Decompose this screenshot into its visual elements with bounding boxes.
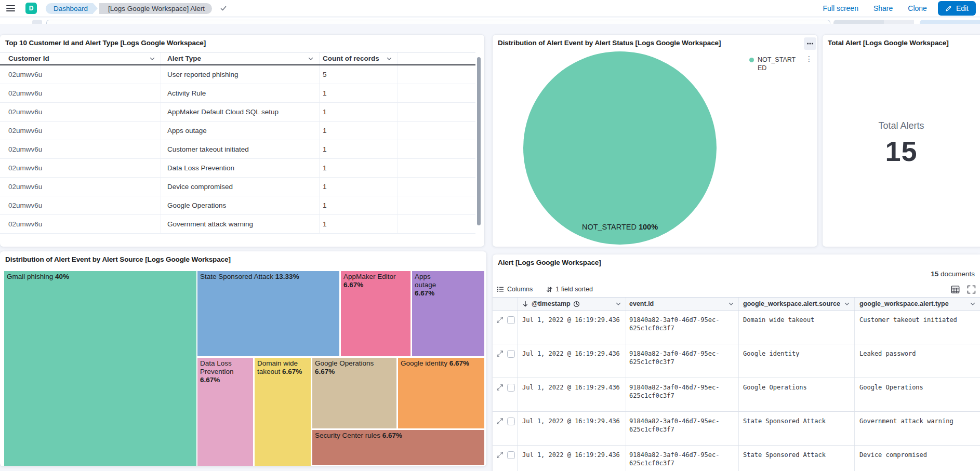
metric: Total Alerts 15 — [823, 120, 980, 168]
cell-alert-source[interactable]: State Sponsored Attack — [739, 446, 855, 471]
search-input-partial[interactable] — [46, 20, 830, 24]
cell-alert-source[interactable]: Google identity — [739, 344, 855, 378]
breadcrumb-current-page[interactable]: [Logs Google Workspace] Alert — [99, 3, 212, 14]
cell-alert-type[interactable]: Customer takeout initiated — [855, 311, 980, 344]
table-row[interactable]: 02umwv6uGovernment attack warning1 — [0, 215, 475, 234]
chevron-down-icon[interactable] — [844, 301, 850, 307]
column-header-count[interactable]: Count of records — [320, 52, 398, 64]
sort-fields-button[interactable]: 1 field sorted — [546, 286, 593, 293]
column-header-alert-type[interactable]: Alert Type — [161, 52, 320, 64]
date-picker-end-partial[interactable] — [884, 20, 914, 24]
full-screen-button[interactable]: Full screen — [823, 4, 858, 12]
cell-event-id[interactable]: 91840a82-3af0-46d7-95ec-625c1cf0c3f7 — [626, 446, 739, 471]
row-controls — [493, 378, 518, 411]
cell-alert-type[interactable]: Google Operations — [855, 378, 980, 411]
treemap-tile-apps-outage[interactable]: Apps outage 6.67% — [412, 271, 484, 356]
chevron-down-icon[interactable] — [308, 56, 314, 62]
cell-alert-source[interactable]: Domain wide takeout — [739, 311, 855, 344]
clone-button[interactable]: Clone — [908, 4, 927, 12]
fullscreen-icon[interactable] — [967, 285, 976, 294]
cell-timestamp[interactable]: Jul 1, 2022 @ 16:19:29.436 — [518, 446, 626, 471]
treemap-tile-data-loss-prevention[interactable]: Data Loss Prevention 6.67% — [197, 358, 253, 466]
refresh-button-partial[interactable] — [920, 20, 980, 24]
menu-hamburger-icon[interactable] — [0, 0, 22, 17]
chevron-down-icon[interactable] — [728, 301, 734, 307]
column-header-timestamp[interactable]: @timestamp — [518, 298, 626, 310]
cell-timestamp[interactable]: Jul 1, 2022 @ 16:19:29.436 — [518, 344, 626, 378]
expand-document-icon[interactable] — [496, 384, 504, 392]
expand-document-icon[interactable] — [496, 316, 504, 324]
table-row[interactable]: 02umwv6uActivity Rule1 — [0, 84, 475, 103]
top-navigation-bar: D Dashboard [Logs Google Workspace] Aler… — [0, 0, 980, 17]
select-row-checkbox[interactable] — [507, 418, 515, 425]
select-row-checkbox[interactable] — [507, 451, 515, 459]
table-row[interactable]: 02umwv6uData Loss Prevention1 — [0, 159, 475, 178]
display-density-table-icon[interactable] — [951, 285, 960, 294]
cell-event-id[interactable]: 91840a82-3af0-46d7-95ec-625c1cf0c3f7 — [626, 378, 739, 411]
treemap-tile-label: AppMaker Editor 6.67% — [341, 271, 410, 291]
treemap-tile-gmail-phishing[interactable]: Gmail phishing 40% — [4, 271, 196, 466]
column-header-event-id[interactable]: event.id — [626, 298, 739, 310]
table-row[interactable]: 02umwv6uApps outage1 — [0, 122, 475, 140]
cell-alert-type[interactable]: Government attack warning — [855, 412, 980, 445]
pie-slice-not-started[interactable] — [523, 51, 717, 245]
edit-button[interactable]: Edit — [938, 1, 976, 16]
share-button[interactable]: Share — [873, 4, 893, 12]
app-logo[interactable]: D — [25, 3, 37, 14]
treemap-tile-google-identity[interactable]: Google identity 6.67% — [398, 358, 484, 428]
columns-list-icon — [497, 286, 504, 293]
datagrid-body: Jul 1, 2022 @ 16:19:29.43691840a82-3af0-… — [493, 311, 980, 471]
cell-count: 1 — [320, 84, 398, 102]
treemap-tile-google-operations[interactable]: Google Operations 6.67% — [312, 358, 396, 428]
expand-document-icon[interactable] — [496, 451, 504, 459]
select-row-checkbox[interactable] — [507, 316, 515, 324]
breadcrumb-dashboard[interactable]: Dashboard — [46, 3, 93, 14]
cell-alert-source[interactable]: Google Operations — [739, 378, 855, 411]
expand-document-icon[interactable] — [496, 418, 504, 425]
cell-alert-source[interactable]: State Sponsored Attack — [739, 412, 855, 445]
panel-total-alert-metric: Total Alert [Logs Google Workspace] Tota… — [823, 35, 980, 247]
treemap-tile-appmaker-editor[interactable]: AppMaker Editor 6.67% — [341, 271, 410, 356]
legend-item-not-started[interactable]: NOT_STARTED — [758, 56, 799, 72]
table-row[interactable]: 02umwv6uDevice compromised1 — [0, 178, 475, 196]
panel-title: Top 10 Customer Id and Alert Type [Logs … — [5, 39, 206, 47]
column-header-alert-source[interactable]: google_workspace.alert.source — [739, 298, 855, 310]
date-picker-partial[interactable] — [833, 20, 884, 24]
cell-alert-type[interactable]: Device compromised — [855, 446, 980, 471]
expand-document-icon[interactable] — [496, 350, 504, 358]
cell-alert-type[interactable]: Leaked password — [855, 344, 980, 378]
table-row[interactable]: 02umwv6uUser reported phishing5 — [0, 65, 475, 84]
chevron-down-icon[interactable] — [386, 56, 392, 62]
table-scrollbar[interactable] — [477, 57, 481, 225]
treemap-tile-label: Security Center rules 6.67% — [312, 430, 484, 441]
chevron-down-icon[interactable] — [149, 56, 155, 62]
panel-options-icon[interactable] — [804, 37, 816, 50]
table-row[interactable]: 02umwv6uGoogle Operations1 — [0, 196, 475, 215]
chevron-down-icon[interactable] — [615, 301, 621, 307]
columns-button[interactable]: Columns — [497, 286, 533, 293]
sort-arrows-icon — [546, 286, 552, 293]
select-row-checkbox[interactable] — [507, 350, 515, 358]
column-header-alert-type[interactable]: google_workspace.alert.type — [855, 298, 980, 310]
cell-event-id[interactable]: 91840a82-3af0-46d7-95ec-625c1cf0c3f7 — [626, 412, 739, 445]
column-header-customer-id[interactable]: Customer Id — [0, 52, 161, 64]
table-row[interactable]: 02umwv6uCustomer takeout initiated1 — [0, 140, 475, 159]
panel-title: Total Alert [Logs Google Workspace] — [828, 39, 949, 47]
clock-icon — [573, 301, 580, 307]
pie-legend: NOT_STARTED ⋮ — [749, 56, 813, 72]
cell-event-id[interactable]: 91840a82-3af0-46d7-95ec-625c1cf0c3f7 — [626, 311, 739, 344]
chevron-down-icon[interactable] — [970, 301, 976, 307]
kebab-vertical-icon[interactable]: ⋮ — [805, 56, 813, 72]
cell-event-id[interactable]: 91840a82-3af0-46d7-95ec-625c1cf0c3f7 — [626, 344, 739, 378]
cell-timestamp[interactable]: Jul 1, 2022 @ 16:19:29.436 — [518, 311, 626, 344]
filter-button-partial[interactable] — [32, 20, 42, 24]
cell-alert-type: Activity Rule — [161, 84, 320, 102]
treemap-tile-domain-wide-takeout[interactable]: Domain wide takeout 6.67% — [255, 358, 311, 466]
select-row-checkbox[interactable] — [507, 384, 515, 392]
cell-timestamp[interactable]: Jul 1, 2022 @ 16:19:29.436 — [518, 412, 626, 445]
treemap-tile-state-sponsored-attack[interactable]: State Sponsored Attack 13.33% — [197, 271, 339, 356]
treemap-tile-security-center-rules[interactable]: Security Center rules 6.67% — [312, 430, 484, 465]
treemap-tile-label: Domain wide takeout 6.67% — [255, 358, 311, 378]
cell-timestamp[interactable]: Jul 1, 2022 @ 16:19:29.436 — [518, 378, 626, 411]
table-row[interactable]: 02umwv6uAppMaker Default Cloud SQL setup… — [0, 103, 475, 122]
